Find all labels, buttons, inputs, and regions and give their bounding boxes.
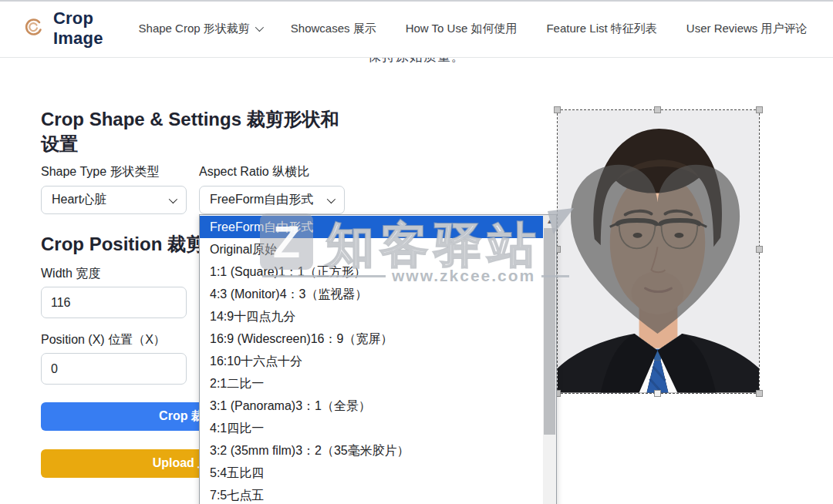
dropdown-scrollbar[interactable]: ▲: [543, 215, 556, 504]
aspect-ratio-select[interactable]: FreeForm自由形式: [199, 186, 345, 214]
aspect-ratio-option-5[interactable]: 16:9 (Widescreen)16：9（宽屏）: [200, 328, 543, 350]
aspect-ratio-option-0[interactable]: FreeForm自由形式: [200, 216, 543, 238]
header: Crop Image Shape Crop 形状裁剪Showcases 展示Ho…: [0, 0, 833, 58]
aspect-ratio-option-2[interactable]: 1:1 (Square)1：1（正方形）: [200, 260, 543, 283]
shape-type-selected-value: Heart心脏: [52, 192, 106, 208]
handle-top-center[interactable]: [654, 106, 661, 113]
aspect-ratio-option-4[interactable]: 14:9十四点九分: [200, 305, 543, 328]
aspect-ratio-option-10[interactable]: 3:2 (35mm film)3：2（35毫米胶片）: [200, 439, 543, 462]
crop-preview-panel[interactable]: [557, 109, 760, 394]
handle-middle-right[interactable]: [756, 246, 763, 253]
aspect-ratio-selected-value: FreeForm自由形式: [210, 192, 313, 208]
handle-bottom-right[interactable]: [756, 390, 763, 397]
settings-section-title: Crop Shape & Settings 裁剪形状和设置: [41, 107, 348, 156]
scrollbar-thumb[interactable]: [544, 228, 555, 435]
aspect-ratio-option-3[interactable]: 4:3 (Monitor)4：3（监视器）: [200, 283, 543, 305]
position-x-label: Position (X) 位置（X）: [41, 332, 166, 348]
aspect-ratio-option-12[interactable]: 7:5七点五: [200, 484, 543, 504]
aspect-ratio-option-1[interactable]: Original原始: [200, 238, 543, 260]
main-nav: Shape Crop 形状裁剪Showcases 展示How To Use 如何…: [139, 22, 833, 36]
aspect-ratio-option-7[interactable]: 2:1二比一: [200, 372, 543, 395]
chevron-down-icon: [327, 194, 336, 203]
brand[interactable]: Crop Image: [23, 8, 103, 49]
crop-image-logo-icon: [23, 17, 44, 41]
scrollbar-up-arrow-icon[interactable]: ▲: [543, 215, 556, 228]
aspect-ratio-option-6[interactable]: 16:10十六点十分: [200, 350, 543, 372]
window-top-edge: [0, 0, 833, 2]
aspect-ratio-dropdown: FreeForm自由形式Original原始1:1 (Square)1：1（正方…: [199, 214, 557, 504]
aspect-ratio-label: Aspect Ratio 纵横比: [199, 164, 309, 180]
nav-item-0[interactable]: Shape Crop 形状裁剪: [139, 22, 261, 36]
position-x-input[interactable]: [41, 353, 187, 385]
selection-dashed-border: [557, 109, 760, 394]
nav-item-2[interactable]: How To Use 如何使用: [406, 22, 518, 36]
nav-item-1[interactable]: Showcases 展示: [291, 22, 376, 36]
shape-type-select[interactable]: Heart心脏: [41, 186, 187, 214]
nav-item-4[interactable]: User Reviews 用户评论: [686, 22, 808, 36]
width-input[interactable]: [41, 287, 187, 318]
chevron-down-icon: [169, 194, 177, 203]
chevron-down-icon: [255, 23, 264, 32]
handle-top-left[interactable]: [554, 106, 561, 113]
brand-title: Crop Image: [53, 8, 103, 49]
aspect-ratio-option-9[interactable]: 4:1四比一: [200, 417, 543, 439]
aspect-ratio-option-8[interactable]: 3:1 (Panorama)3：1（全景）: [200, 395, 543, 417]
handle-top-right[interactable]: [756, 106, 763, 113]
aspect-ratio-option-list: FreeForm自由形式Original原始1:1 (Square)1：1（正方…: [200, 216, 543, 504]
nav-item-3[interactable]: Feature List 特征列表: [546, 22, 656, 36]
width-label: Width 宽度: [41, 266, 100, 282]
handle-bottom-center[interactable]: [654, 390, 661, 397]
shape-type-label: Shape Type 形状类型: [41, 164, 160, 180]
aspect-ratio-option-11[interactable]: 5:4五比四: [200, 462, 543, 484]
